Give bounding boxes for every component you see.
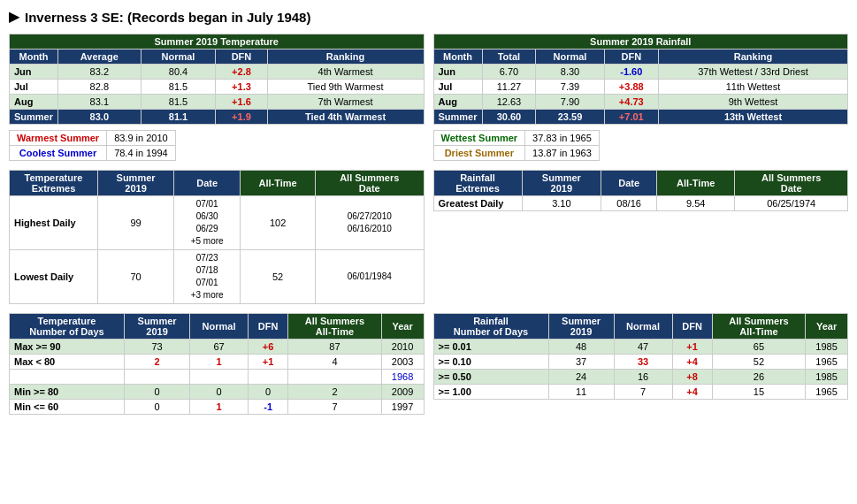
coolest-value: 78.4 in 1994 [107,146,176,161]
table-row: >= 1.00 11 7 +4 15 1965 [433,385,848,400]
temp-days-h-year: Year [381,314,424,340]
rain-records-box: Wettest Summer 37.83 in 1965 Driest Summ… [433,130,849,161]
temp-table: Summer 2019 Temperature Month Average No… [9,34,425,125]
temp-extremes-section: TemperatureExtremes Summer2019 Date All-… [9,170,425,304]
rain-days-h-summer: Summer2019 [548,314,614,340]
table-row-spacer: 1968 [10,370,425,385]
table-row: Greatest Daily 3.10 08/16 9.54 06/25/197… [433,196,848,211]
rain-extremes-h-allsummers: All SummersDate [735,171,848,196]
rain-extremes-h-date: Date [601,171,657,196]
temp-extremes-h-allsummers: All SummersDate [316,171,424,196]
driest-value: 13.87 in 1963 [525,146,600,161]
temp-extremes-h-date: Date [174,171,241,196]
temp-days-h-alltime: All SummersAll-Time [288,314,381,340]
temp-h-dfn: DFN [216,50,267,65]
temp-days-h-normal: Normal [190,314,249,340]
table-row: Jun 83.2 80.4 +2.8 4th Warmest [10,65,425,80]
table-row: Max >= 90 73 67 +6 87 2010 [10,340,425,355]
table-row: Aug 83.1 81.5 +1.6 7th Warmest [10,95,425,110]
temp-caption: Summer 2019 Temperature [10,34,425,50]
temp-days-h-summer: Summer2019 [125,314,190,340]
temp-extremes-h-summer: Summer2019 [98,171,174,196]
table-row: Max < 80 2 1 +1 4 2003 [10,355,425,370]
table-row: Jun 6.70 8.30 -1.60 37th Wettest / 33rd … [433,65,848,80]
title-text: Inverness 3 SE: (Records began in July 1… [25,10,310,25]
temp-records-box: Warmest Summer 83.9 in 2010 Coolest Summ… [9,130,425,161]
coolest-label: Coolest Summer [10,146,107,161]
table-row: >= 0.01 48 47 +1 65 1985 [433,340,848,355]
rain-days-h-year: Year [806,314,848,340]
rain-table: Summer 2019 Rainfall Month Total Normal … [433,34,849,125]
rain-extremes-h1: RainfallExtremes [433,171,522,196]
wettest-value: 37.83 in 1965 [525,131,600,146]
rain-extremes-h-summer: Summer2019 [522,171,601,196]
temp-days-table: TemperatureNumber of Days Summer2019 Nor… [9,313,425,415]
rain-section: Summer 2019 Rainfall Month Total Normal … [433,34,849,161]
table-row: >= 0.10 37 33 +4 52 1965 [433,355,848,370]
temp-h-ranking: Ranking [267,50,424,65]
rain-days-section: RainfallNumber of Days Summer2019 Normal… [433,313,849,415]
table-row-summary: Summer 30.60 23.59 +7.01 13th Wettest [433,110,848,125]
table-row: Jul 82.8 81.5 +1.3 Tied 9th Warmest [10,80,425,95]
temp-days-h1: TemperatureNumber of Days [10,314,125,340]
table-row: Min <= 60 0 1 -1 7 1997 [10,400,425,415]
rain-h-total: Total [482,50,536,65]
rain-caption: Summer 2019 Rainfall [433,34,848,50]
temp-h-month: Month [10,50,58,65]
warmest-value: 83.9 in 2010 [107,131,176,146]
temp-extremes-h-alltime: All-Time [241,171,316,196]
temp-days-h-dfn: DFN [249,314,288,340]
table-row: Aug 12.63 7.90 +4.73 9th Wettest [433,95,848,110]
table-row: Jul 11.27 7.39 +3.88 11th Wettest [433,80,848,95]
temp-h-avg: Average [58,50,142,65]
table-row-summary: Summer 83.0 81.1 +1.9 Tied 4th Warmest [10,110,425,125]
rain-h-month: Month [433,50,482,65]
rain-days-h1: RainfallNumber of Days [433,314,548,340]
table-row: >= 0.50 24 16 +8 26 1985 [433,370,848,385]
temp-h-normal: Normal [141,50,216,65]
page-title: ▶ Inverness 3 SE: (Records began in July… [9,9,848,25]
rain-h-dfn: DFN [604,50,658,65]
temp-section: Summer 2019 Temperature Month Average No… [9,34,425,161]
temp-extremes-table: TemperatureExtremes Summer2019 Date All-… [9,170,425,304]
rain-days-table: RainfallNumber of Days Summer2019 Normal… [433,313,849,400]
rain-extremes-h-alltime: All-Time [657,171,735,196]
rain-extremes-table: RainfallExtremes Summer2019 Date All-Tim… [433,170,849,211]
table-row: Lowest Daily 70 07/2307/1807/01+3 more 5… [10,250,425,304]
driest-label: Driest Summer [433,146,525,161]
temp-days-section: TemperatureNumber of Days Summer2019 Nor… [9,313,425,415]
rain-days-h-dfn: DFN [672,314,712,340]
rain-days-h-normal: Normal [614,314,672,340]
rain-h-ranking: Ranking [658,50,847,65]
table-row: Highest Daily 99 07/0106/3006/29+5 more … [10,196,425,250]
table-row: Min >= 80 0 0 0 2 2009 [10,385,425,400]
wettest-label: Wettest Summer [433,131,525,146]
temp-extremes-h1: TemperatureExtremes [10,171,98,196]
rain-h-normal: Normal [536,50,604,65]
play-icon: ▶ [9,9,19,25]
rain-days-h-alltime: All SummersAll-Time [712,314,805,340]
rain-extremes-section: RainfallExtremes Summer2019 Date All-Tim… [433,170,849,304]
warmest-label: Warmest Summer [10,131,107,146]
